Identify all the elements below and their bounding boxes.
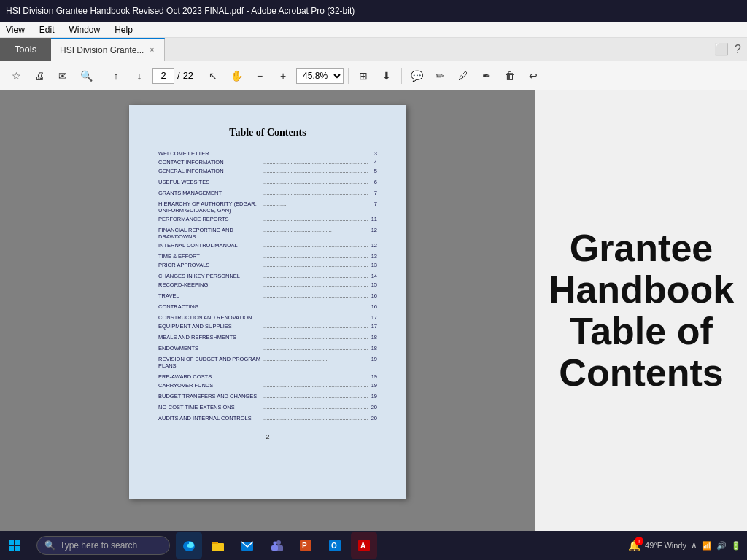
file-explorer-icon [211, 538, 225, 553]
undo-button[interactable]: ↩ [523, 66, 543, 86]
toc-entry-contact: CONTACT INFORMATION ....................… [158, 159, 377, 166]
document-tab[interactable]: HSI Division Grante... × [51, 38, 165, 61]
toc-entry-hierarchy: HIERARCHY OF AUTHORITY (EDGAR, UNIFORM G… [158, 201, 377, 214]
prev-page-button[interactable]: ↑ [106, 66, 126, 86]
toc-entry-audits: AUDITS AND INTERNAL CONTROLS ...........… [158, 415, 377, 421]
toc-entry-general: GENERAL INFORMATION ....................… [158, 168, 377, 174]
next-page-button[interactable]: ↓ [129, 66, 150, 86]
menu-view[interactable]: View [3, 23, 28, 36]
taskbar-apps: P O A [170, 532, 383, 559]
toc-entry-contracting: CONTRACTING ............................… [158, 303, 377, 310]
help-icon[interactable]: ? [735, 43, 741, 56]
toc-entry-performance: PERFORMANCE REPORTS ....................… [158, 216, 377, 222]
svg-rect-11 [271, 545, 278, 551]
start-button[interactable] [0, 531, 29, 560]
battery-icon: 🔋 [731, 541, 741, 551]
toc-entry-budget: BUDGET TRANSFERS AND CHANGES ...........… [158, 393, 377, 400]
tab-bar: Tools HSI Division Grante... × ⬜ ? [0, 38, 747, 61]
chevron-up-icon[interactable]: ∧ [691, 540, 697, 551]
menu-edit[interactable]: Edit [36, 23, 58, 36]
select-tool-button[interactable]: ↖ [203, 66, 223, 86]
page-number: 2 [158, 433, 377, 440]
svg-rect-5 [212, 543, 224, 551]
pdf-page: Table of Contents WELCOME LETTER .......… [129, 105, 406, 499]
toc-entry-construction: CONSTRUCTION AND RENOVATION ............… [158, 314, 377, 321]
outlook-icon: O [328, 538, 342, 553]
toc-entry-internal: INTERNAL CONTROL MANUAL ................… [158, 242, 377, 249]
tab-label: HSI Division Grante... [60, 45, 144, 55]
menu-window[interactable]: Window [66, 23, 103, 36]
snapshot-button[interactable]: ⊞ [353, 66, 374, 86]
taskbar-search[interactable]: 🔍 [36, 536, 170, 555]
right-panel-text: Grantee Handbook Table of Contents [549, 228, 734, 394]
edge-app[interactable] [176, 532, 202, 559]
search-input[interactable] [60, 540, 162, 551]
toolbar: ☆ 🖨 ✉ 🔍 ↑ ↓ / 22 ↖ ✋ − + 45.8% 50% 75% 1… [0, 61, 747, 90]
outlook-app[interactable]: O [322, 532, 348, 559]
svg-text:P: P [302, 542, 307, 550]
acrobat-icon: A [357, 538, 371, 553]
total-pages: 22 [183, 70, 193, 81]
toc-entry-travel: TRAVEL .................................… [158, 292, 377, 299]
share-icon[interactable]: ⬜ [714, 42, 729, 56]
page-number-input[interactable] [152, 68, 174, 84]
zoom-in-button[interactable]: + [273, 66, 293, 86]
tools-panel-button[interactable]: Tools [0, 38, 51, 61]
zoom-out-button[interactable]: − [249, 66, 270, 86]
title-text: HSI Division Grantee Handbook Revised Oc… [6, 6, 741, 16]
weather-text: 49°F Windy [645, 541, 686, 550]
toc-entry-endowments: ENDOWMENTS .............................… [158, 345, 377, 351]
toc-title: Table of Contents [158, 127, 377, 139]
mail-app[interactable] [234, 532, 260, 559]
teams-app[interactable] [263, 532, 290, 559]
svg-point-8 [276, 540, 281, 545]
email-button[interactable]: ✉ [53, 66, 73, 86]
print-button[interactable]: 🖨 [29, 66, 50, 86]
toc-entry-websites: USEFUL WEBSITES ........................… [158, 179, 377, 185]
toc-entry-grants: GRANTS MANAGEMENT ......................… [158, 190, 377, 196]
toc-entry-financial: FINANCIAL REPORTING AND DRAWDOWNS ......… [158, 227, 377, 240]
taskbar: 🔍 [0, 531, 747, 560]
zoom-select[interactable]: 45.8% 50% 75% 100% [296, 68, 344, 84]
toc-entry-nocost: NO-COST TIME EXTENSIONS ................… [158, 404, 377, 411]
search-button[interactable]: 🔍 [76, 66, 96, 86]
page-navigation: / 22 [152, 68, 193, 84]
pdf-viewer[interactable]: Table of Contents WELCOME LETTER .......… [0, 90, 535, 531]
tab-right-icons: ⬜ ? [714, 38, 747, 61]
taskbar-right: 🔔 ! 49°F Windy ∧ 📶 🔊 🔋 [628, 540, 747, 551]
download-button[interactable]: ⬇ [376, 66, 397, 86]
toc-entry-prior: PRIOR APPROVALS ........................… [158, 262, 377, 268]
separator-4 [401, 68, 402, 84]
bookmark-button[interactable]: ☆ [6, 66, 26, 86]
title-bar: HSI Division Grantee Handbook Revised Oc… [0, 0, 747, 22]
windows-icon [8, 539, 21, 552]
sign-button[interactable]: ✒ [476, 66, 497, 86]
search-icon: 🔍 [44, 540, 55, 551]
toc-entry-equipment: EQUIPMENT AND SUPPLIES .................… [158, 323, 377, 330]
right-panel: Grantee Handbook Table of Contents [535, 90, 747, 531]
svg-text:A: A [360, 542, 365, 550]
toc-entry-preaward: PRE-AWARD COSTS ........................… [158, 373, 377, 380]
separator-1 [101, 68, 101, 84]
menu-help[interactable]: Help [112, 23, 136, 36]
main-content: Table of Contents WELCOME LETTER .......… [0, 90, 747, 531]
powerpoint-app[interactable]: P [293, 532, 319, 559]
notification-icon[interactable]: 🔔 ! [628, 540, 640, 551]
svg-rect-2 [9, 546, 14, 551]
toc-entry-changes: CHANGES IN KEY PERSONNEL ...............… [158, 273, 377, 279]
toc-entry-carryover: CARRYOVER FUNDS ........................… [158, 382, 377, 389]
wifi-icon[interactable]: 📶 [702, 541, 712, 551]
file-explorer-app[interactable] [205, 532, 231, 559]
mail-icon [240, 538, 255, 553]
pan-tool-button[interactable]: ✋ [226, 66, 247, 86]
highlight-button[interactable]: 🖊 [453, 66, 473, 86]
acrobat-app[interactable]: A [351, 532, 377, 559]
tab-close-button[interactable]: × [148, 44, 155, 55]
pencil-button[interactable]: ✏ [430, 66, 450, 86]
delete-button[interactable]: 🗑 [500, 66, 520, 86]
volume-icon[interactable]: 🔊 [716, 541, 727, 551]
teams-icon [269, 538, 284, 553]
comment-button[interactable]: 💬 [406, 66, 427, 86]
toc-entry-meals: MEALS AND REFRESHMENTS .................… [158, 334, 377, 341]
separator-2 [198, 68, 198, 84]
